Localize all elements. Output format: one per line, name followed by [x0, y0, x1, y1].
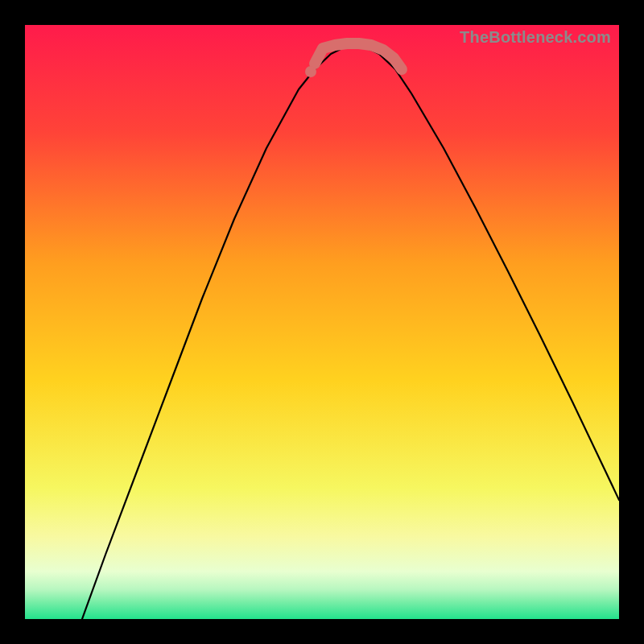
plot-area: TheBottleneck.com: [25, 25, 619, 619]
svg-point-1: [305, 66, 316, 77]
watermark-label: TheBottleneck.com: [460, 28, 611, 47]
bottleneck-curve: [25, 25, 619, 619]
outer-frame: TheBottleneck.com: [0, 0, 644, 644]
